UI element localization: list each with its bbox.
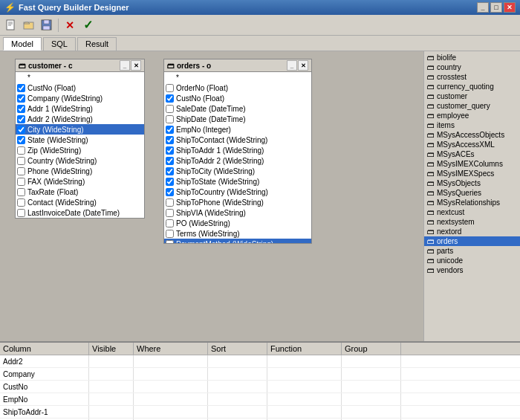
table-row[interactable]: EmpNo (Integer) (164, 124, 311, 135)
grid-cell-function[interactable] (267, 406, 342, 418)
grid-cell-sort[interactable] (208, 393, 267, 405)
table-row[interactable]: TaxRate (Float) (16, 187, 144, 197)
grid-cell-where[interactable] (134, 393, 208, 405)
close-button[interactable]: ✕ (504, 2, 516, 13)
field-checkbox[interactable] (166, 84, 174, 92)
table-row[interactable]: OrderNo (Float) (164, 83, 311, 93)
table-row[interactable]: Addr 2 (WideString) (16, 114, 144, 124)
right-panel-item[interactable]: 🗃vendors (424, 265, 520, 275)
right-panel-item[interactable]: 🗃unicode (424, 256, 520, 265)
customer-minimize-button[interactable]: _ (120, 60, 130, 71)
right-panel-item[interactable]: 🗃customer (424, 91, 520, 101)
grid-cell-column[interactable]: EmpNo (0, 393, 89, 405)
field-checkbox[interactable] (166, 219, 174, 227)
field-checkbox[interactable] (166, 167, 174, 175)
table-row[interactable]: ShipToCity (WideString) (164, 166, 311, 176)
table-row[interactable]: CustNo (Float) (164, 93, 311, 103)
table-row[interactable]: PO (WideString) (164, 218, 311, 228)
delete-button[interactable]: ✕ (62, 17, 78, 33)
field-checkbox[interactable] (17, 188, 25, 196)
new-button[interactable] (3, 17, 19, 33)
field-checkbox[interactable] (17, 167, 25, 175)
right-panel-item[interactable]: 🗃MSysAccessObjects (424, 130, 520, 140)
grid-cell-visible[interactable] (89, 355, 134, 367)
maximize-button[interactable]: □ (490, 2, 502, 13)
grid-cell-function[interactable] (267, 381, 342, 392)
table-row[interactable]: ShipToAddr 2 (WideString) (164, 155, 311, 166)
table-row[interactable]: Country (WideString) (16, 155, 144, 166)
field-checkbox[interactable] (166, 94, 174, 103)
field-checkbox[interactable] (17, 157, 25, 165)
table-row[interactable]: ShipToContact (WideString) (164, 135, 311, 145)
grid-cell-group[interactable] (342, 393, 401, 405)
field-checkbox[interactable] (166, 105, 174, 113)
grid-cell-visible[interactable] (89, 381, 134, 392)
tab-model[interactable]: Model (3, 37, 42, 51)
field-checkbox[interactable] (166, 115, 174, 123)
right-panel-item[interactable]: 🗃MSysACEs (424, 149, 520, 159)
tab-result[interactable]: Result (77, 37, 117, 51)
field-checkbox[interactable] (166, 157, 174, 165)
table-row[interactable]: SaleDate (DateTime) (164, 103, 311, 114)
field-checkbox[interactable] (17, 209, 25, 217)
grid-cell-column[interactable]: Addr2 (0, 355, 89, 367)
orders-close-button[interactable]: ✕ (298, 60, 308, 71)
grid-cell-where[interactable] (134, 381, 208, 392)
open-button[interactable] (21, 17, 37, 33)
field-checkbox[interactable] (166, 240, 174, 244)
right-panel-item[interactable]: 🗃employee (424, 111, 520, 120)
table-row[interactable]: Zip (WideString) (16, 145, 144, 155)
grid-cell-where[interactable] (134, 355, 208, 367)
table-row[interactable]: ShipVIA (WideString) (164, 207, 311, 218)
table-row[interactable]: ShipToAddr 1 (WideString) (164, 145, 311, 155)
customer-close-button[interactable]: ✕ (131, 60, 141, 71)
table-row[interactable]: ShipToCountry (WideString) (164, 187, 311, 197)
grid-cell-where[interactable] (134, 368, 208, 380)
grid-cell-sort[interactable] (208, 368, 267, 380)
right-panel-item[interactable]: 🗃customer_query (424, 101, 520, 111)
right-panel-item[interactable]: 🗃crosstest (424, 72, 520, 82)
table-row[interactable]: * (164, 72, 311, 83)
table-row[interactable]: Company (WideString) (16, 93, 144, 103)
run-button[interactable]: ✓ (79, 17, 96, 33)
field-checkbox[interactable] (17, 136, 25, 144)
field-checkbox[interactable] (166, 178, 174, 186)
right-panel-item[interactable]: 🗃biolife (424, 53, 520, 62)
table-row[interactable]: ShipToPhone (WideString) (164, 197, 311, 207)
field-checkbox[interactable] (17, 115, 25, 123)
field-checkbox[interactable] (166, 188, 174, 196)
field-checkbox[interactable] (166, 198, 174, 207)
field-checkbox[interactable] (17, 198, 25, 207)
right-panel-item[interactable]: 🗃MSysObjects (424, 178, 520, 188)
field-checkbox[interactable] (17, 84, 25, 92)
grid-cell-group[interactable] (342, 355, 401, 367)
grid-row[interactable]: EmpNo (0, 393, 520, 406)
field-checkbox[interactable] (17, 105, 25, 113)
table-row[interactable]: * (16, 72, 144, 83)
grid-cell-visible[interactable] (89, 368, 134, 380)
orders-minimize-button[interactable]: _ (287, 60, 297, 71)
table-row[interactable]: LastInvoiceDate (DateTime) (16, 207, 144, 218)
table-row[interactable]: ShipDate (DateTime) (164, 114, 311, 124)
grid-cell-visible[interactable] (89, 393, 134, 405)
right-panel-item[interactable]: 🗃items (424, 120, 520, 130)
right-panel-item[interactable]: 🗃MSysQueries (424, 188, 520, 198)
grid-cell-column[interactable]: Company (0, 368, 89, 380)
grid-cell-where[interactable] (134, 406, 208, 418)
table-row[interactable]: City (WideString) (16, 124, 144, 135)
tab-sql[interactable]: SQL (43, 37, 76, 51)
field-checkbox[interactable] (166, 230, 174, 238)
table-row[interactable]: PaymentMethod (WideString) (164, 239, 311, 243)
table-row[interactable]: Phone (WideString) (16, 166, 144, 176)
grid-row[interactable]: ShipToAddr-1 (0, 406, 520, 419)
right-panel-item[interactable]: 🗃parts (424, 246, 520, 256)
grid-row[interactable]: Company (0, 368, 520, 381)
grid-cell-function[interactable] (267, 368, 342, 380)
save-button[interactable] (39, 17, 55, 33)
right-panel-item[interactable]: 🗃MSysIMEXColumns (424, 159, 520, 169)
grid-cell-column[interactable]: CustNo (0, 381, 89, 392)
grid-cell-column[interactable]: ShipToAddr-1 (0, 406, 89, 418)
right-panel-item[interactable]: 🗃MSysIMEXSpecs (424, 169, 520, 178)
field-checkbox[interactable] (166, 146, 174, 155)
table-row[interactable]: CustNo (Float) (16, 83, 144, 93)
